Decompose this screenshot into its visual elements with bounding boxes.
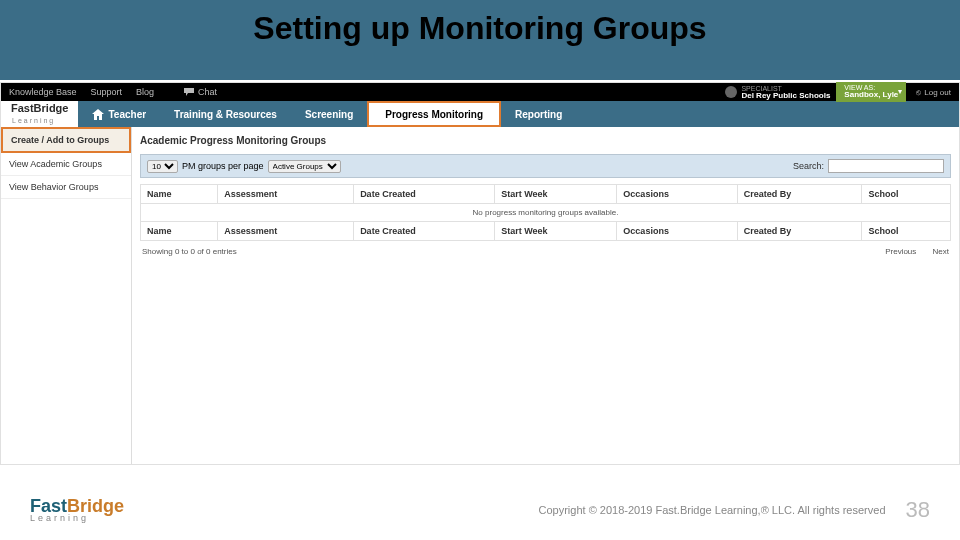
nav-training[interactable]: Training & Resources	[160, 101, 291, 127]
col-name[interactable]: Name	[141, 185, 218, 204]
sidebar-item-academic-groups[interactable]: View Academic Groups	[1, 153, 131, 176]
footer-logo: FastBridge Learning	[30, 498, 124, 522]
col-date-created[interactable]: Date Created	[354, 185, 495, 204]
foot-assessment: Assessment	[218, 222, 354, 241]
avatar-icon	[725, 86, 737, 98]
foot-school: School	[862, 222, 951, 241]
nav-progress-monitoring[interactable]: Progress Monitoring	[367, 101, 501, 127]
per-page-label: PM groups per page	[182, 161, 264, 171]
logout-link[interactable]: ⎋ Log out	[916, 88, 951, 97]
col-occasions[interactable]: Occasions	[617, 185, 737, 204]
table-controls: 10 PM groups per page Active Groups Sear…	[140, 154, 951, 178]
foot-occasions: Occasions	[617, 222, 737, 241]
nav-teacher[interactable]: Teacher	[78, 101, 160, 127]
foot-date-created: Date Created	[354, 222, 495, 241]
page-heading: Academic Progress Monitoring Groups	[140, 135, 951, 146]
logout-label: Log out	[924, 88, 951, 97]
nav-reporting[interactable]: Reporting	[501, 101, 576, 127]
foot-name: Name	[141, 222, 218, 241]
home-icon	[92, 109, 104, 120]
main-nav: FastBridge Learning Teacher Training & R…	[1, 101, 959, 127]
pager-prev[interactable]: Previous	[885, 247, 916, 256]
view-as-value: Sandbox, Lyle	[844, 91, 898, 100]
col-start-week[interactable]: Start Week	[495, 185, 617, 204]
brand-main: FastBridge	[11, 102, 68, 114]
app-screenshot: Knowledge Base Support Blog Chat SPECIAL…	[0, 82, 960, 465]
nav-support[interactable]: Support	[91, 87, 123, 97]
chat-label: Chat	[198, 87, 217, 97]
footer-page-number: 38	[906, 497, 930, 523]
specialist-badge[interactable]: SPECIALIST Del Rey Public Schools	[725, 85, 830, 100]
chevron-down-icon: ▾	[898, 88, 902, 97]
search-input[interactable]	[828, 159, 944, 173]
table-empty-message: No progress monitoring groups available.	[141, 204, 951, 222]
utility-bar: Knowledge Base Support Blog Chat SPECIAL…	[1, 83, 959, 101]
footer-copyright: Copyright © 2018-2019 Fast.Bridge Learni…	[124, 504, 905, 516]
per-page-select[interactable]: 10	[147, 160, 178, 173]
content-panel: Academic Progress Monitoring Groups 10 P…	[132, 127, 959, 464]
nav-screening[interactable]: Screening	[291, 101, 367, 127]
col-school[interactable]: School	[862, 185, 951, 204]
nav-teacher-label: Teacher	[108, 109, 146, 120]
table-footer: Showing 0 to 0 of 0 entries Previous Nex…	[140, 247, 951, 256]
search-label: Search:	[793, 161, 824, 171]
slide-footer: FastBridge Learning Copyright © 2018-201…	[0, 480, 960, 540]
nav-chat[interactable]: Chat	[184, 87, 217, 97]
logout-icon: ⎋	[916, 88, 921, 97]
sidebar-item-behavior-groups[interactable]: View Behavior Groups	[1, 176, 131, 199]
brand-logo[interactable]: FastBridge Learning	[1, 101, 78, 127]
sidebar-item-create-groups[interactable]: Create / Add to Groups	[1, 127, 131, 153]
specialist-org: Del Rey Public Schools	[741, 92, 830, 100]
groups-table: Name Assessment Date Created Start Week …	[140, 184, 951, 241]
slide-title: Setting up Monitoring Groups	[0, 10, 960, 47]
view-as-dropdown[interactable]: VIEW AS: Sandbox, Lyle ▾	[836, 82, 906, 102]
nav-blog[interactable]: Blog	[136, 87, 154, 97]
col-created-by[interactable]: Created By	[737, 185, 862, 204]
showing-text: Showing 0 to 0 of 0 entries	[142, 247, 237, 256]
sidebar: Create / Add to Groups View Academic Gro…	[1, 127, 132, 464]
chat-icon	[184, 88, 194, 96]
foot-start-week: Start Week	[495, 222, 617, 241]
foot-created-by: Created By	[737, 222, 862, 241]
col-assessment[interactable]: Assessment	[218, 185, 354, 204]
group-filter-select[interactable]: Active Groups	[268, 160, 341, 173]
nav-knowledge-base[interactable]: Knowledge Base	[9, 87, 77, 97]
brand-sub: Learning	[12, 117, 55, 124]
pager-next[interactable]: Next	[933, 247, 949, 256]
